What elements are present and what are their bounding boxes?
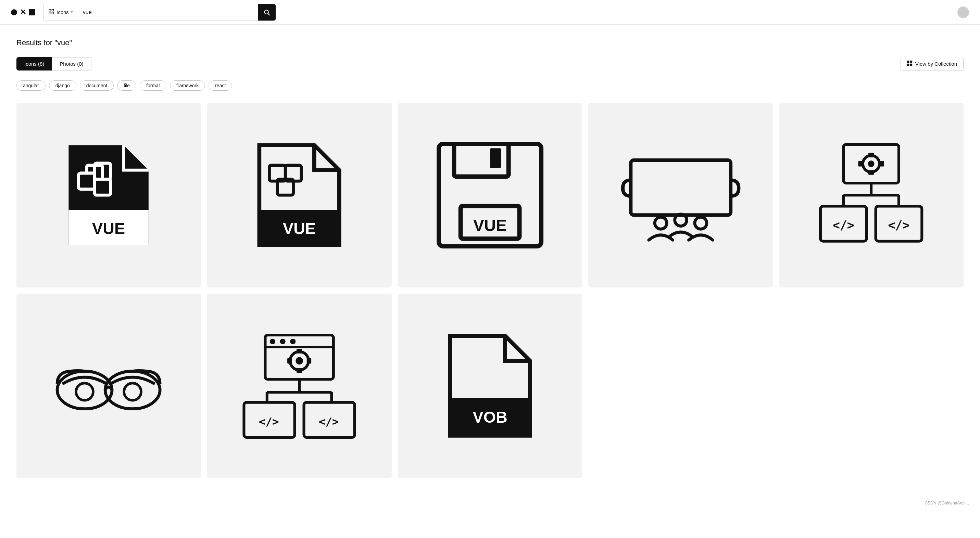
chevron-down-icon: ▾	[71, 10, 73, 14]
svg-rect-26	[490, 149, 501, 168]
svg-point-54	[280, 339, 286, 344]
svg-rect-9	[910, 63, 912, 66]
search-button[interactable]	[258, 4, 276, 21]
svg-point-55	[290, 339, 296, 344]
tag-document[interactable]: document	[80, 81, 114, 91]
logo-circle-icon	[11, 9, 17, 16]
tag-django[interactable]: django	[49, 81, 76, 91]
svg-rect-13	[79, 173, 95, 189]
search-type-dropdown[interactable]: Icons ▾	[43, 4, 78, 21]
footer: CSDN @GoldenaArch...	[0, 497, 980, 509]
svg-text:</>: </>	[319, 415, 339, 428]
svg-rect-7	[910, 60, 912, 63]
svg-rect-14	[95, 179, 111, 195]
avatar[interactable]	[958, 6, 969, 18]
icon-card-vue-file-filled[interactable]: VUE	[16, 103, 201, 287]
icon-card-vob-file[interactable]: VOB	[398, 294, 582, 478]
tag-file[interactable]: file	[117, 81, 136, 91]
svg-rect-1	[52, 9, 54, 11]
icon-card-vue-file-outline[interactable]: VUE	[207, 103, 392, 287]
svg-text:</>: </>	[833, 218, 854, 232]
logo-square-icon	[29, 9, 35, 16]
tag-angular[interactable]: angular	[16, 81, 46, 91]
logo[interactable]: ✕	[11, 9, 35, 16]
view-by-collection-button[interactable]: View by Collection	[900, 57, 964, 71]
svg-text:VUE: VUE	[92, 220, 125, 238]
svg-rect-36	[858, 161, 863, 167]
icon-grid: VUE VUE	[16, 103, 964, 478]
tab-photos[interactable]: Photos (0)	[52, 57, 91, 70]
main-content: Results for "vue" Icons (8) Photos (0) V…	[0, 25, 980, 492]
tag-framework[interactable]: framework	[170, 81, 205, 91]
tab-icons[interactable]: Icons (8)	[16, 57, 52, 70]
tab-group: Icons (8) Photos (0)	[16, 57, 91, 70]
svg-text:VUE: VUE	[283, 220, 316, 238]
svg-rect-37	[880, 161, 884, 167]
results-title: Results for "vue"	[16, 38, 964, 47]
logo-x-icon: ✕	[20, 9, 26, 16]
svg-line-5	[268, 13, 270, 15]
grid-icon	[907, 60, 913, 67]
svg-text:</>: </>	[888, 218, 910, 232]
tag-format[interactable]: format	[140, 81, 166, 91]
search-type-label: Icons	[57, 9, 69, 15]
svg-rect-27	[631, 160, 731, 215]
svg-point-49	[76, 383, 93, 400]
svg-rect-8	[907, 63, 909, 66]
svg-point-28	[655, 217, 667, 229]
svg-rect-35	[869, 170, 874, 175]
svg-rect-2	[49, 12, 51, 14]
svg-point-30	[695, 217, 707, 229]
svg-rect-0	[49, 9, 51, 11]
search-input[interactable]	[78, 4, 258, 21]
svg-text:VOB: VOB	[473, 408, 507, 426]
svg-rect-61	[307, 358, 311, 363]
svg-point-33	[868, 160, 875, 167]
icon-card-vue-audience[interactable]	[588, 103, 773, 287]
svg-rect-59	[296, 368, 302, 373]
footer-text: CSDN @GoldenaArch...	[924, 501, 969, 505]
tabs-row: Icons (8) Photos (0) View by Collection	[16, 57, 964, 71]
svg-point-53	[270, 339, 275, 344]
icon-card-vue-glasses[interactable]	[16, 294, 201, 478]
svg-rect-60	[287, 358, 292, 363]
icons-type-icon	[48, 9, 54, 16]
icon-card-vue-disk[interactable]: VUE	[398, 103, 582, 287]
tag-react[interactable]: react	[208, 81, 232, 91]
svg-rect-58	[296, 349, 302, 353]
view-by-collection-label: View by Collection	[915, 61, 957, 67]
svg-point-57	[296, 357, 303, 365]
svg-rect-34	[869, 152, 874, 157]
svg-rect-6	[907, 60, 909, 63]
header: ✕ Icons ▾	[0, 0, 980, 25]
icon-card-vue-framework[interactable]: </> </>	[779, 103, 964, 287]
search-bar: Icons ▾	[43, 4, 276, 21]
svg-point-50	[124, 383, 141, 400]
tag-filters: angular django document file format fram…	[16, 81, 964, 91]
svg-text:VUE: VUE	[473, 216, 507, 235]
svg-text:</>: </>	[259, 415, 279, 428]
icon-card-vue-dev-tools[interactable]: </> </>	[207, 294, 392, 478]
svg-rect-3	[52, 12, 54, 14]
